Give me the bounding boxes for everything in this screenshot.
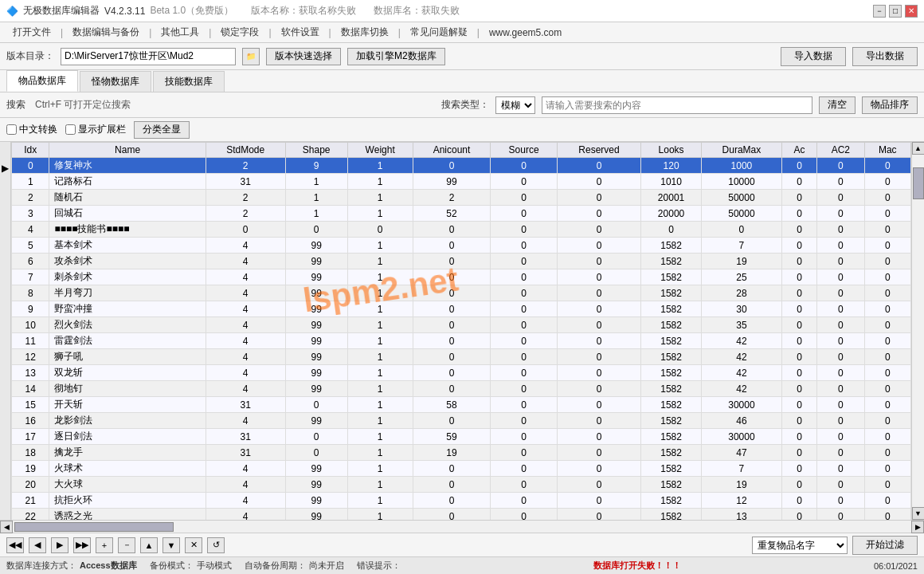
quick-select-button[interactable]: 版本快速选择	[266, 48, 341, 65]
table-cell: 47	[701, 445, 781, 461]
horizontal-scrollbar[interactable]: ◀ ▶	[0, 520, 924, 533]
table-row[interactable]: 15开天斩31015800158230000000	[12, 397, 911, 413]
table-row[interactable]: 17逐日剑法31015900158230000000	[12, 429, 911, 445]
load-m2-button[interactable]: 加载引擎M2数据库	[347, 48, 445, 65]
tab-items-db[interactable]: 物品数据库	[6, 70, 78, 92]
table-cell: 0	[413, 254, 491, 269]
menu-lock-fields[interactable]: 锁定字段	[214, 24, 265, 41]
table-cell: 随机石	[49, 190, 206, 206]
table-cell: 0	[817, 269, 864, 285]
filter-select[interactable]: 重复物品名字	[752, 537, 848, 554]
start-filter-button[interactable]: 开始过滤	[852, 536, 918, 555]
menu-faq[interactable]: 常见问题解疑	[404, 24, 474, 41]
tab-skills-db[interactable]: 技能数据库	[153, 71, 225, 92]
classify-all-button[interactable]: 分类全显	[134, 121, 190, 139]
move-down-button[interactable]: ▼	[162, 537, 180, 553]
table-row[interactable]: 0修复神水2910001201000000	[12, 158, 911, 174]
delete-row-button[interactable]: －	[118, 537, 135, 553]
menu-software-settings[interactable]: 软件设置	[275, 24, 326, 41]
table-cell: 19	[12, 461, 49, 477]
table-row[interactable]: 19火球术499100015827000	[12, 461, 911, 477]
nav-first-button[interactable]: ◀◀	[6, 537, 24, 553]
table-row[interactable]: 13双龙斩4991000158242000	[12, 365, 911, 381]
table-row[interactable]: 8半月弯刀4991000158228000	[12, 285, 911, 301]
table-cell: 0	[864, 254, 910, 269]
table-cell: 0	[491, 269, 557, 285]
vertical-scrollbar[interactable]: ▲ ▼	[911, 142, 924, 520]
path-input[interactable]	[61, 48, 236, 65]
table-row[interactable]: 7刺杀剑术4991000158225000	[12, 269, 911, 285]
tabs-bar: 物品数据库 怪物数据库 技能数据库	[0, 70, 924, 92]
table-cell: 1	[347, 158, 413, 174]
table-row[interactable]: 21抗拒火环4991000158212000	[12, 493, 911, 509]
table-row[interactable]: 4■■■■技能书■■■■00000000000	[12, 222, 911, 238]
table-row[interactable]: 14彻地钉4991000158242000	[12, 381, 911, 397]
scroll-left-button[interactable]: ◀	[0, 521, 13, 533]
table-row[interactable]: 18擒龙手31011900158247000	[12, 445, 911, 461]
show-extend-checkbox[interactable]: 显示扩展栏	[65, 123, 126, 136]
table-cell: 0	[413, 333, 491, 349]
scroll-up-button[interactable]: ▲	[912, 142, 925, 155]
table-row[interactable]: 22诱惑之光4991000158213000	[12, 509, 911, 521]
table-cell: 1582	[641, 493, 702, 509]
move-up-button[interactable]: ▲	[140, 537, 158, 553]
table-cell: 12	[12, 349, 49, 365]
table-cell: 0	[557, 174, 640, 190]
menu-website[interactable]: www.geem5.com	[483, 26, 568, 40]
table-row[interactable]: 9野蛮冲撞4991000158230000	[12, 301, 911, 317]
scroll-hthumb[interactable]	[14, 522, 174, 532]
folder-button[interactable]: 📁	[242, 48, 260, 65]
db-connect-label: 数据库连接方式： Access数据库	[6, 560, 137, 572]
minimize-button[interactable]: －	[873, 5, 886, 18]
menu-edit-backup[interactable]: 数据编辑与备份	[66, 24, 146, 41]
table-row[interactable]: 16龙影剑法4991000158246000	[12, 413, 911, 429]
menu-db-switch[interactable]: 数据库切换	[335, 24, 395, 41]
tab-monsters-db[interactable]: 怪物数据库	[80, 71, 151, 92]
table-cell: 52	[413, 206, 491, 222]
table-scroll[interactable]: Idx Name StdMode Shape Weight Anicount S…	[11, 142, 911, 520]
title-bar-controls[interactable]: － □ ✕	[873, 5, 918, 18]
table-row[interactable]: 6攻杀剑术4991000158219000	[12, 254, 911, 269]
table-row[interactable]: 12狮子吼4991000158242000	[12, 349, 911, 365]
add-row-button[interactable]: +	[96, 537, 113, 553]
table-cell: 大火球	[49, 477, 206, 493]
table-row[interactable]: 20大火球4991000158219000	[12, 477, 911, 493]
table-row[interactable]: 3回城石21152002000050000000	[12, 206, 911, 222]
table-row[interactable]: 2随机石2112002000150000000	[12, 190, 911, 206]
search-input[interactable]	[542, 96, 812, 114]
scroll-track[interactable]	[13, 521, 911, 533]
maximize-button[interactable]: □	[889, 5, 902, 18]
table-cell: 0	[413, 301, 491, 317]
chinese-convert-input[interactable]	[6, 124, 17, 135]
refresh-button[interactable]: ↺	[207, 537, 225, 553]
import-button[interactable]: 导入数据	[781, 47, 846, 66]
table-cell: 龙影剑法	[49, 413, 206, 429]
close-button[interactable]: ✕	[905, 5, 918, 18]
table-row[interactable]: 1记路标石31119900101010000000	[12, 174, 911, 190]
sort-button[interactable]: 物品排序	[862, 96, 918, 114]
col-stdmode: StdMode	[206, 143, 285, 158]
table-cell: 50000	[701, 206, 781, 222]
table-cell: 0	[413, 222, 491, 238]
nav-prev-button[interactable]: ◀	[29, 537, 46, 553]
cancel-button[interactable]: ✕	[185, 537, 202, 553]
export-button[interactable]: 导出数据	[852, 47, 918, 66]
clear-button[interactable]: 清空	[819, 96, 855, 114]
scroll-thumb[interactable]	[913, 167, 924, 199]
chinese-convert-checkbox[interactable]: 中文转换	[6, 123, 57, 136]
table-cell: 0	[491, 381, 557, 397]
table-cell: 0	[817, 445, 864, 461]
nav-last-button[interactable]: ▶▶	[73, 537, 91, 553]
table-row[interactable]: 10烈火剑法4991000158235000	[12, 317, 911, 333]
show-extend-input[interactable]	[65, 124, 76, 135]
table-cell: 17	[12, 429, 49, 445]
search-type-select[interactable]: 模糊 精确 正则	[495, 96, 535, 114]
app-icon: 🔷	[6, 6, 18, 17]
nav-next-button[interactable]: ▶	[51, 537, 69, 553]
scroll-down-button[interactable]: ▼	[912, 507, 925, 520]
menu-other-tools[interactable]: 其他工具	[155, 24, 206, 41]
scroll-right-button[interactable]: ▶	[911, 521, 924, 533]
menu-open-file[interactable]: 打开文件	[6, 24, 57, 41]
table-row[interactable]: 11雷霆剑法4991000158242000	[12, 333, 911, 349]
table-row[interactable]: 5基本剑术499100015827000	[12, 238, 911, 254]
